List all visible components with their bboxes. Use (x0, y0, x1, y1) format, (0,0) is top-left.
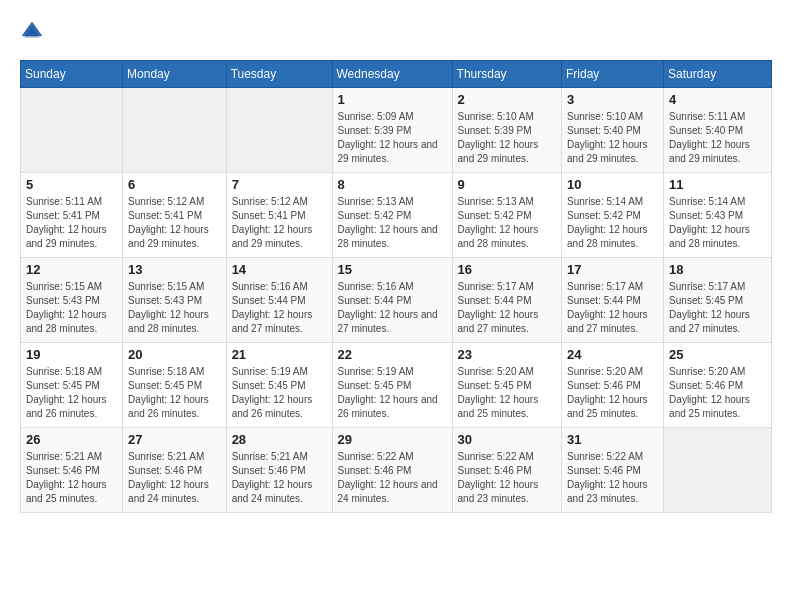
calendar-cell: 22Sunrise: 5:19 AM Sunset: 5:45 PM Dayli… (332, 343, 452, 428)
logo-icon (20, 20, 44, 44)
page-header (20, 20, 772, 44)
calendar-cell: 8Sunrise: 5:13 AM Sunset: 5:42 PM Daylig… (332, 173, 452, 258)
calendar-cell: 14Sunrise: 5:16 AM Sunset: 5:44 PM Dayli… (226, 258, 332, 343)
day-number: 26 (26, 432, 117, 447)
day-info: Sunrise: 5:15 AM Sunset: 5:43 PM Dayligh… (128, 280, 221, 336)
day-info: Sunrise: 5:18 AM Sunset: 5:45 PM Dayligh… (128, 365, 221, 421)
day-info: Sunrise: 5:20 AM Sunset: 5:46 PM Dayligh… (567, 365, 658, 421)
day-number: 17 (567, 262, 658, 277)
week-row: 5Sunrise: 5:11 AM Sunset: 5:41 PM Daylig… (21, 173, 772, 258)
day-number: 30 (458, 432, 556, 447)
day-info: Sunrise: 5:20 AM Sunset: 5:45 PM Dayligh… (458, 365, 556, 421)
day-info: Sunrise: 5:21 AM Sunset: 5:46 PM Dayligh… (26, 450, 117, 506)
day-number: 14 (232, 262, 327, 277)
calendar-cell: 2Sunrise: 5:10 AM Sunset: 5:39 PM Daylig… (452, 88, 561, 173)
day-info: Sunrise: 5:17 AM Sunset: 5:44 PM Dayligh… (567, 280, 658, 336)
day-info: Sunrise: 5:22 AM Sunset: 5:46 PM Dayligh… (567, 450, 658, 506)
day-info: Sunrise: 5:17 AM Sunset: 5:44 PM Dayligh… (458, 280, 556, 336)
calendar-cell (664, 428, 772, 513)
day-info: Sunrise: 5:22 AM Sunset: 5:46 PM Dayligh… (458, 450, 556, 506)
day-number: 18 (669, 262, 766, 277)
day-header-thursday: Thursday (452, 61, 561, 88)
calendar-cell: 31Sunrise: 5:22 AM Sunset: 5:46 PM Dayli… (562, 428, 664, 513)
calendar-cell: 30Sunrise: 5:22 AM Sunset: 5:46 PM Dayli… (452, 428, 561, 513)
day-number: 12 (26, 262, 117, 277)
calendar-cell: 20Sunrise: 5:18 AM Sunset: 5:45 PM Dayli… (123, 343, 227, 428)
calendar-cell: 19Sunrise: 5:18 AM Sunset: 5:45 PM Dayli… (21, 343, 123, 428)
day-number: 10 (567, 177, 658, 192)
day-info: Sunrise: 5:21 AM Sunset: 5:46 PM Dayligh… (128, 450, 221, 506)
day-info: Sunrise: 5:09 AM Sunset: 5:39 PM Dayligh… (338, 110, 447, 166)
day-info: Sunrise: 5:19 AM Sunset: 5:45 PM Dayligh… (338, 365, 447, 421)
day-number: 21 (232, 347, 327, 362)
calendar-cell: 29Sunrise: 5:22 AM Sunset: 5:46 PM Dayli… (332, 428, 452, 513)
calendar-cell: 15Sunrise: 5:16 AM Sunset: 5:44 PM Dayli… (332, 258, 452, 343)
calendar-cell: 23Sunrise: 5:20 AM Sunset: 5:45 PM Dayli… (452, 343, 561, 428)
calendar-cell: 11Sunrise: 5:14 AM Sunset: 5:43 PM Dayli… (664, 173, 772, 258)
calendar-cell: 27Sunrise: 5:21 AM Sunset: 5:46 PM Dayli… (123, 428, 227, 513)
day-info: Sunrise: 5:11 AM Sunset: 5:41 PM Dayligh… (26, 195, 117, 251)
day-number: 9 (458, 177, 556, 192)
calendar-cell: 26Sunrise: 5:21 AM Sunset: 5:46 PM Dayli… (21, 428, 123, 513)
day-info: Sunrise: 5:11 AM Sunset: 5:40 PM Dayligh… (669, 110, 766, 166)
day-number: 20 (128, 347, 221, 362)
calendar-cell: 18Sunrise: 5:17 AM Sunset: 5:45 PM Dayli… (664, 258, 772, 343)
calendar-cell: 17Sunrise: 5:17 AM Sunset: 5:44 PM Dayli… (562, 258, 664, 343)
day-info: Sunrise: 5:12 AM Sunset: 5:41 PM Dayligh… (128, 195, 221, 251)
calendar-cell: 12Sunrise: 5:15 AM Sunset: 5:43 PM Dayli… (21, 258, 123, 343)
header-row: SundayMondayTuesdayWednesdayThursdayFrid… (21, 61, 772, 88)
day-number: 29 (338, 432, 447, 447)
day-number: 1 (338, 92, 447, 107)
day-header-wednesday: Wednesday (332, 61, 452, 88)
day-number: 24 (567, 347, 658, 362)
day-info: Sunrise: 5:17 AM Sunset: 5:45 PM Dayligh… (669, 280, 766, 336)
calendar-cell: 9Sunrise: 5:13 AM Sunset: 5:42 PM Daylig… (452, 173, 561, 258)
day-info: Sunrise: 5:13 AM Sunset: 5:42 PM Dayligh… (338, 195, 447, 251)
day-number: 28 (232, 432, 327, 447)
day-number: 16 (458, 262, 556, 277)
calendar-cell: 28Sunrise: 5:21 AM Sunset: 5:46 PM Dayli… (226, 428, 332, 513)
calendar-table: SundayMondayTuesdayWednesdayThursdayFrid… (20, 60, 772, 513)
day-number: 25 (669, 347, 766, 362)
calendar-cell: 1Sunrise: 5:09 AM Sunset: 5:39 PM Daylig… (332, 88, 452, 173)
calendar-cell (226, 88, 332, 173)
day-info: Sunrise: 5:10 AM Sunset: 5:39 PM Dayligh… (458, 110, 556, 166)
day-number: 31 (567, 432, 658, 447)
day-info: Sunrise: 5:13 AM Sunset: 5:42 PM Dayligh… (458, 195, 556, 251)
day-info: Sunrise: 5:19 AM Sunset: 5:45 PM Dayligh… (232, 365, 327, 421)
day-number: 8 (338, 177, 447, 192)
day-number: 5 (26, 177, 117, 192)
day-number: 6 (128, 177, 221, 192)
day-info: Sunrise: 5:14 AM Sunset: 5:42 PM Dayligh… (567, 195, 658, 251)
day-info: Sunrise: 5:20 AM Sunset: 5:46 PM Dayligh… (669, 365, 766, 421)
calendar-cell: 7Sunrise: 5:12 AM Sunset: 5:41 PM Daylig… (226, 173, 332, 258)
day-header-friday: Friday (562, 61, 664, 88)
day-header-tuesday: Tuesday (226, 61, 332, 88)
day-number: 19 (26, 347, 117, 362)
calendar-cell (21, 88, 123, 173)
day-info: Sunrise: 5:14 AM Sunset: 5:43 PM Dayligh… (669, 195, 766, 251)
day-info: Sunrise: 5:12 AM Sunset: 5:41 PM Dayligh… (232, 195, 327, 251)
day-number: 3 (567, 92, 658, 107)
day-info: Sunrise: 5:16 AM Sunset: 5:44 PM Dayligh… (338, 280, 447, 336)
calendar-cell (123, 88, 227, 173)
calendar-cell: 21Sunrise: 5:19 AM Sunset: 5:45 PM Dayli… (226, 343, 332, 428)
calendar-cell: 4Sunrise: 5:11 AM Sunset: 5:40 PM Daylig… (664, 88, 772, 173)
day-header-sunday: Sunday (21, 61, 123, 88)
day-number: 11 (669, 177, 766, 192)
calendar-cell: 24Sunrise: 5:20 AM Sunset: 5:46 PM Dayli… (562, 343, 664, 428)
day-info: Sunrise: 5:22 AM Sunset: 5:46 PM Dayligh… (338, 450, 447, 506)
week-row: 1Sunrise: 5:09 AM Sunset: 5:39 PM Daylig… (21, 88, 772, 173)
calendar-cell: 5Sunrise: 5:11 AM Sunset: 5:41 PM Daylig… (21, 173, 123, 258)
day-info: Sunrise: 5:18 AM Sunset: 5:45 PM Dayligh… (26, 365, 117, 421)
week-row: 26Sunrise: 5:21 AM Sunset: 5:46 PM Dayli… (21, 428, 772, 513)
day-info: Sunrise: 5:16 AM Sunset: 5:44 PM Dayligh… (232, 280, 327, 336)
day-number: 23 (458, 347, 556, 362)
week-row: 12Sunrise: 5:15 AM Sunset: 5:43 PM Dayli… (21, 258, 772, 343)
day-number: 27 (128, 432, 221, 447)
day-number: 2 (458, 92, 556, 107)
day-number: 4 (669, 92, 766, 107)
day-number: 22 (338, 347, 447, 362)
day-number: 7 (232, 177, 327, 192)
calendar-cell: 3Sunrise: 5:10 AM Sunset: 5:40 PM Daylig… (562, 88, 664, 173)
